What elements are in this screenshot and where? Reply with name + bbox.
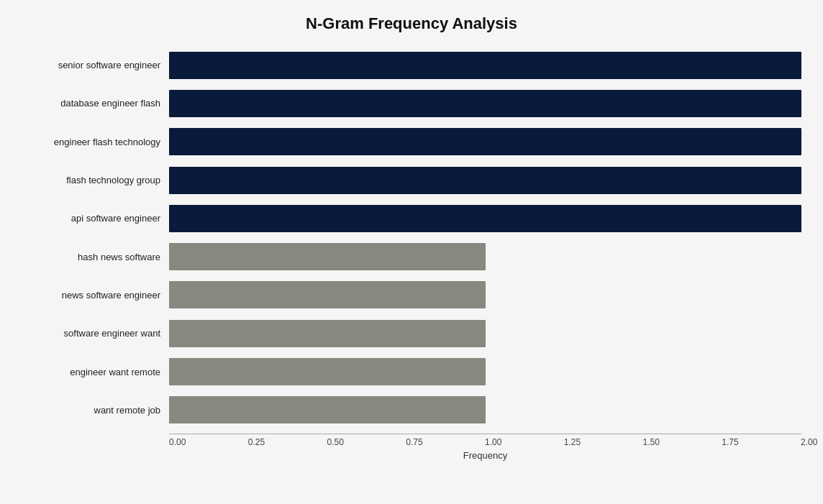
- bar-row: software engineer want: [22, 316, 801, 351]
- bar-fill: [169, 90, 801, 117]
- bar-track: [169, 243, 801, 270]
- bar-track: [169, 52, 801, 79]
- bar-row: senior software engineer: [22, 48, 801, 83]
- bar-row: news software engineer: [22, 278, 801, 312]
- bar-label: senior software engineer: [22, 60, 169, 70]
- bar-track: [169, 320, 801, 347]
- bar-row: engineer want remote: [22, 354, 801, 389]
- bar-track: [169, 167, 801, 194]
- bar-label: engineer flash technology: [22, 137, 169, 147]
- bar-label: flash technology group: [22, 175, 169, 185]
- bar-label: hash news software: [22, 252, 169, 262]
- chart-container: N-Gram Frequency Analysis senior softwar…: [0, 0, 823, 504]
- bar-fill: [169, 128, 801, 155]
- bar-row: hash news software: [22, 239, 801, 274]
- bars-section: senior software engineerdatabase enginee…: [22, 46, 801, 429]
- bar-row: want remote job: [22, 393, 801, 427]
- chart-title: N-Gram Frequency Analysis: [22, 14, 801, 33]
- bar-track: [169, 281, 801, 308]
- x-axis-ticks: 0.000.250.500.751.001.251.501.752.00: [169, 434, 801, 447]
- x-tick: 1.00: [485, 437, 486, 447]
- bar-row: flash technology group: [22, 163, 801, 198]
- bar-track: [169, 358, 801, 385]
- x-tick: 0.75: [406, 437, 406, 447]
- bar-row: database engineer flash: [22, 86, 801, 121]
- x-tick: 0.00: [169, 437, 170, 447]
- x-tick: 1.50: [643, 437, 644, 447]
- bar-fill: [169, 358, 486, 385]
- bar-fill: [169, 320, 486, 347]
- bar-label: api software engineer: [22, 213, 169, 224]
- bar-row: engineer flash technology: [22, 124, 801, 159]
- x-axis-area: 0.000.250.500.751.001.251.501.752.00 Fre…: [169, 434, 801, 461]
- bar-fill: [169, 281, 486, 308]
- bar-label: engineer want remote: [22, 367, 169, 377]
- bar-fill: [169, 205, 801, 232]
- bar-row: api software engineer: [22, 201, 801, 236]
- bar-fill: [169, 243, 486, 270]
- x-tick: 0.50: [327, 437, 328, 447]
- x-tick: 0.25: [248, 437, 249, 447]
- bar-track: [169, 396, 801, 423]
- bar-label: database engineer flash: [22, 98, 169, 109]
- x-tick: 1.75: [722, 437, 722, 447]
- bar-track: [169, 128, 801, 155]
- bar-track: [169, 90, 801, 117]
- bar-label: want remote job: [22, 405, 169, 416]
- x-tick: 2.00: [801, 437, 801, 447]
- x-axis-label: Frequency: [169, 450, 801, 461]
- bar-label: news software engineer: [22, 290, 169, 301]
- x-tick: 1.25: [564, 437, 565, 447]
- bar-fill: [169, 167, 801, 194]
- chart-area: senior software engineerdatabase enginee…: [22, 46, 801, 461]
- bar-track: [169, 205, 801, 232]
- bar-label: software engineer want: [22, 328, 169, 339]
- bar-fill: [169, 396, 486, 423]
- bar-fill: [169, 52, 801, 79]
